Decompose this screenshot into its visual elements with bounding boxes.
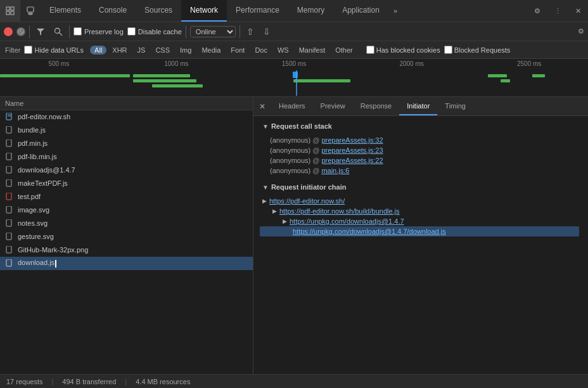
svg-rect-1 bbox=[6, 11, 10, 15]
file-row[interactable]: makeTextPDF.js bbox=[0, 177, 253, 190]
svg-rect-17 bbox=[293, 79, 350, 82]
file-row[interactable]: test.pdf bbox=[0, 190, 253, 204]
file-type-icon bbox=[5, 232, 14, 241]
chain-item-3-highlighted[interactable]: https://unpkg.com/downloadjs@1.4.7/downl… bbox=[260, 226, 579, 236]
tab-console[interactable]: Console bbox=[90, 0, 136, 22]
filter-pill-all[interactable]: All bbox=[90, 46, 106, 55]
timeline-label-4: 2500 ms bbox=[470, 60, 588, 67]
file-row[interactable]: image.svg bbox=[0, 204, 253, 217]
more-options-icon[interactable]: ⋮ bbox=[547, 0, 568, 22]
toolbar-divider-2 bbox=[69, 25, 70, 38]
call-stack-item: (anonymous) @ prepareAssets.js:23 bbox=[262, 145, 579, 155]
hide-data-urls-checkbox[interactable]: Hide data URLs bbox=[24, 46, 84, 54]
file-row[interactable]: GitHub-Mark-32px.png bbox=[0, 243, 253, 257]
file-row[interactable]: gesture.svg bbox=[0, 230, 253, 243]
close-icon[interactable]: ✕ bbox=[568, 0, 588, 22]
record-button[interactable] bbox=[4, 27, 13, 36]
collapse-triangle-2: ▼ bbox=[262, 184, 269, 191]
file-row[interactable]: bundle.js bbox=[0, 124, 253, 137]
svg-rect-4 bbox=[27, 7, 34, 12]
chain-link-1[interactable]: https://pdf-editor.now.sh/build/bundle.j… bbox=[279, 207, 400, 215]
filter-pill-doc[interactable]: Doc bbox=[250, 46, 272, 55]
call-stack-item: (anonymous) @ main.js:6 bbox=[262, 165, 579, 176]
svg-rect-21 bbox=[532, 74, 545, 77]
call-link-2[interactable]: prepareAssets.js:22 bbox=[321, 157, 383, 164]
search-icon[interactable] bbox=[51, 26, 65, 37]
call-link-0[interactable]: prepareAssets.js:32 bbox=[321, 136, 383, 144]
tab-performance[interactable]: Performance bbox=[227, 0, 288, 22]
svg-rect-14 bbox=[133, 79, 196, 82]
call-stack-item: (anonymous) @ prepareAssets.js:32 bbox=[262, 135, 579, 145]
tab-preview[interactable]: Preview bbox=[313, 97, 353, 115]
throttle-select[interactable]: Online Slow 3G Fast 3G bbox=[190, 26, 236, 37]
device-icon[interactable] bbox=[20, 0, 41, 22]
close-detail-button[interactable]: ✕ bbox=[253, 97, 271, 115]
clear-button[interactable] bbox=[16, 27, 25, 36]
timeline-label-0: 500 ms bbox=[0, 60, 118, 67]
chain-link-2[interactable]: https://unpkg.com/downloadjs@1.4.7 bbox=[290, 217, 404, 225]
filter-pill-other[interactable]: Other bbox=[331, 46, 357, 55]
file-type-icon bbox=[5, 112, 14, 121]
main-content: Name pdf-editor.now.sh bundle.js pdf.min… bbox=[0, 97, 588, 374]
file-row[interactable]: pdf.min.js bbox=[0, 137, 253, 150]
import-har-button[interactable]: ⇧ bbox=[244, 27, 257, 37]
filter-icon[interactable] bbox=[34, 26, 48, 37]
preserve-log-checkbox[interactable]: Preserve log bbox=[74, 27, 124, 36]
tab-response[interactable]: Response bbox=[353, 97, 400, 115]
timeline-area: 500 ms 1000 ms 1500 ms 2000 ms 2500 ms bbox=[0, 59, 588, 97]
chain-link-3[interactable]: https://unpkg.com/downloadjs@1.4.7/downl… bbox=[293, 228, 446, 235]
chain-item-1[interactable]: ▶ https://pdf-editor.now.sh/build/bundle… bbox=[262, 206, 579, 216]
timeline-labels: 500 ms 1000 ms 1500 ms 2000 ms 2500 ms bbox=[0, 60, 588, 67]
tab-network[interactable]: Network bbox=[181, 0, 227, 22]
filter-pill-xhr[interactable]: XHR bbox=[108, 46, 131, 55]
export-har-button[interactable]: ⇩ bbox=[260, 27, 273, 37]
status-sep-1: | bbox=[51, 378, 53, 385]
tab-sources[interactable]: Sources bbox=[136, 0, 181, 22]
more-tabs-button[interactable]: » bbox=[388, 0, 402, 22]
svg-rect-28 bbox=[6, 166, 11, 173]
filter-pill-js[interactable]: JS bbox=[133, 46, 150, 55]
file-row[interactable]: notes.svg bbox=[0, 217, 253, 230]
filter-pill-ws[interactable]: WS bbox=[273, 46, 293, 55]
file-row[interactable]: pdf-editor.now.sh bbox=[0, 110, 253, 124]
blocked-requests-checkbox[interactable]: Blocked Requests bbox=[444, 46, 511, 54]
blocked-cookies-checkbox[interactable]: Has blocked cookies bbox=[366, 46, 440, 54]
svg-rect-30 bbox=[6, 193, 11, 200]
svg-rect-26 bbox=[6, 139, 11, 146]
tab-headers[interactable]: Headers bbox=[271, 97, 313, 115]
file-type-icon bbox=[5, 245, 14, 254]
call-link-1[interactable]: prepareAssets.js:23 bbox=[321, 146, 383, 154]
tab-initiator[interactable]: Initiator bbox=[399, 97, 437, 115]
file-list-scroll[interactable]: pdf-editor.now.sh bundle.js pdf.min.js p… bbox=[0, 110, 253, 374]
filter-pill-font[interactable]: Font bbox=[226, 46, 249, 55]
file-type-icon bbox=[5, 152, 14, 161]
svg-rect-32 bbox=[6, 219, 11, 226]
chain-item-0[interactable]: ▶ https://pdf-editor.now.sh/ bbox=[262, 196, 579, 206]
chain-link-0[interactable]: https://pdf-editor.now.sh/ bbox=[269, 197, 345, 205]
filter-pill-img[interactable]: Img bbox=[176, 46, 196, 55]
file-list-panel: Name pdf-editor.now.sh bundle.js pdf.min… bbox=[0, 97, 253, 374]
file-row-selected[interactable]: download.js bbox=[0, 257, 253, 270]
disable-cache-checkbox[interactable]: Disable cache bbox=[127, 27, 182, 36]
tab-memory[interactable]: Memory bbox=[288, 0, 333, 22]
file-type-icon bbox=[5, 165, 14, 174]
right-panel: ✕ Headers Preview Response Initiator Tim… bbox=[253, 97, 588, 374]
svg-rect-25 bbox=[6, 126, 11, 133]
filter-pill-media[interactable]: Media bbox=[197, 46, 225, 55]
file-type-icon bbox=[5, 219, 14, 228]
file-row[interactable]: downloadjs@1.4.7 bbox=[0, 164, 253, 177]
filter-pill-css[interactable]: CSS bbox=[151, 46, 174, 55]
tab-timing[interactable]: Timing bbox=[437, 97, 473, 115]
network-settings-button[interactable]: ⚙ bbox=[578, 27, 584, 36]
call-link-3[interactable]: main.js:6 bbox=[321, 167, 349, 174]
svg-marker-9 bbox=[37, 29, 44, 36]
file-row[interactable]: pdf-lib.min.js bbox=[0, 150, 253, 164]
settings-icon[interactable]: ⚙ bbox=[527, 0, 547, 22]
tab-application[interactable]: Application bbox=[333, 0, 388, 22]
tab-elements[interactable]: Elements bbox=[41, 0, 90, 22]
chain-item-2[interactable]: ▶ https://unpkg.com/downloadjs@1.4.7 bbox=[262, 216, 579, 226]
inspect-icon[interactable] bbox=[0, 0, 20, 22]
file-type-icon bbox=[5, 139, 14, 148]
filter-pill-manifest[interactable]: Manifest bbox=[295, 46, 330, 55]
filter-label: Filter bbox=[5, 46, 20, 54]
